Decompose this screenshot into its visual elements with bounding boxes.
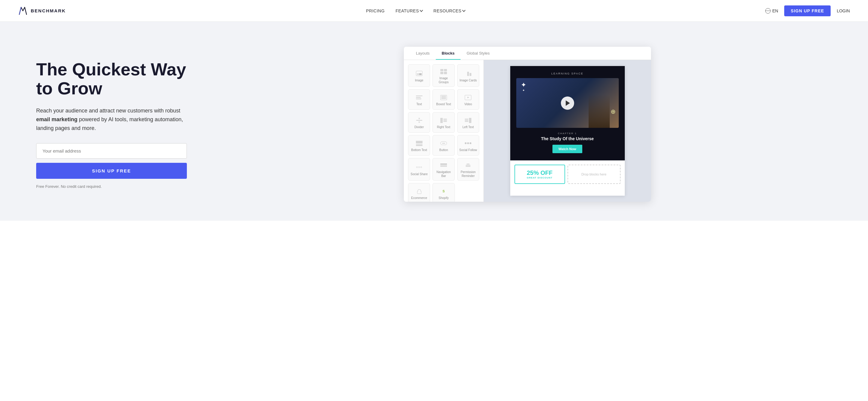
email-input[interactable] [36, 143, 187, 159]
language-label: EN [772, 8, 778, 13]
image-icon [416, 71, 423, 76]
resources-chevron-icon [462, 8, 466, 12]
features-chevron-icon [420, 8, 423, 12]
shopify-icon [440, 189, 447, 194]
nav-resources[interactable]: RESOURCES [433, 8, 465, 13]
nav-pricing[interactable]: PRICING [366, 8, 385, 13]
logo[interactable]: BENCHMARK [18, 6, 66, 16]
discount-subtitle: GREAT DISCOUNT [518, 176, 561, 179]
nav-features[interactable]: FEATURES [396, 8, 423, 13]
block-bottom-text[interactable]: Bottom Text [408, 135, 430, 156]
hero-subtitle: Reach your audience and attract new cust… [36, 106, 187, 132]
block-left-text[interactable]: Left Text [457, 112, 479, 133]
block-navigation-bar[interactable]: Navigation Bar [433, 158, 455, 181]
image-cards-icon [465, 71, 471, 76]
person-silhouette [589, 95, 610, 128]
email-logo-text: LEARNING SPACE [551, 72, 583, 75]
hero-left: The Quickest Way to Grow Reach your audi… [36, 60, 187, 189]
logo-text: BENCHMARK [31, 8, 66, 13]
block-text[interactable]: Text [408, 89, 430, 110]
block-social-share[interactable]: Social Share [408, 158, 430, 181]
right-text-icon [440, 118, 447, 123]
email-dark-section: LEARNING SPACE ✦ ✦ ⊕ [510, 66, 625, 160]
block-video[interactable]: Video [457, 89, 479, 110]
tab-layouts[interactable]: Layouts [410, 47, 436, 60]
email-watch-button[interactable]: Watch Now [553, 145, 582, 153]
logo-icon [18, 6, 28, 16]
email-video-thumb: ✦ ✦ ⊕ [516, 78, 619, 128]
email-chapter: CHAPTER 1 [516, 132, 619, 135]
drop-zone[interactable]: Drop blocks here [567, 165, 621, 184]
block-button[interactable]: Button [433, 135, 455, 156]
block-divider[interactable]: Divider [408, 112, 430, 133]
block-social-follow[interactable]: Social Follow [457, 135, 479, 156]
social-share-icon [416, 165, 423, 170]
discount-percentage: 25% OFF [518, 169, 561, 176]
email-white-section: 25% OFF GREAT DISCOUNT Drop blocks here [510, 160, 625, 188]
nav-bar-icon [440, 163, 447, 168]
hero-section: The Quickest Way to Grow Reach your audi… [0, 22, 868, 221]
block-boxed-text[interactable]: Boxed Text [433, 89, 455, 110]
email-canvas: LEARNING SPACE ✦ ✦ ⊕ [510, 66, 625, 196]
text-icon [416, 95, 423, 100]
block-ecommerce[interactable]: Ecommerce [408, 183, 430, 202]
video-icon [465, 95, 471, 100]
block-right-text[interactable]: Right Text [433, 112, 455, 133]
email-video-title: The Study Of the Universe [516, 136, 619, 141]
social-follow-icon [465, 141, 471, 146]
boxed-text-icon [440, 95, 447, 100]
button-icon [440, 142, 447, 145]
block-image[interactable]: Image [408, 64, 430, 87]
ecommerce-icon [416, 189, 423, 194]
tab-global-styles[interactable]: Global Styles [461, 47, 496, 60]
image-groups-icon [440, 69, 447, 74]
navbar: BENCHMARK PRICING FEATURES RESOURCES EN … [0, 0, 868, 22]
bottom-text-icon [416, 141, 423, 146]
block-permission-reminder[interactable]: Permission Reminder [457, 158, 479, 181]
canvas-area: LEARNING SPACE ✦ ✦ ⊕ [484, 60, 651, 202]
permission-icon [465, 163, 471, 168]
hero-signup-button[interactable]: SIGN UP FREE [36, 163, 187, 179]
nav-signup-button[interactable]: SIGN UP FREE [784, 5, 831, 16]
editor-tabs: Layouts Blocks Global Styles [404, 47, 651, 60]
hero-title: The Quickest Way to Grow [36, 60, 187, 98]
blocks-panel: Image Image Groups Image C [404, 60, 484, 202]
divider-icon [416, 118, 423, 123]
nav-right: EN SIGN UP FREE LOGIN [765, 5, 850, 16]
block-shopify[interactable]: Shopify [433, 183, 455, 202]
left-text-icon [465, 118, 471, 123]
block-image-groups[interactable]: Image Groups [433, 64, 455, 87]
play-button-icon[interactable] [561, 96, 574, 110]
block-image-cards[interactable]: Image Cards [457, 64, 479, 87]
hero-right: Layouts Blocks Global Styles Image [205, 47, 850, 202]
email-logo-bar: LEARNING SPACE [516, 72, 619, 75]
blocks-grid: Image Image Groups Image C [408, 64, 479, 202]
globe-icon [765, 8, 771, 13]
hero-fine-print: Free Forever. No credit card required. [36, 184, 187, 189]
editor-preview: Layouts Blocks Global Styles Image [404, 47, 651, 202]
nav-login-link[interactable]: LOGIN [837, 8, 850, 13]
nav-links: PRICING FEATURES RESOURCES [366, 8, 465, 13]
tab-blocks[interactable]: Blocks [436, 47, 461, 60]
editor-body: Image Image Groups Image C [404, 60, 651, 202]
language-selector[interactable]: EN [765, 8, 778, 13]
discount-card: 25% OFF GREAT DISCOUNT [515, 165, 565, 184]
